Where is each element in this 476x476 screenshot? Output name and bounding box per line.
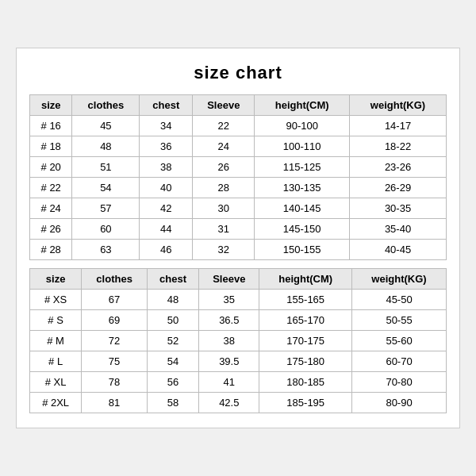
table-row: # S695036.5165-17050-55 [30, 310, 447, 331]
table-cell: 185-195 [259, 393, 352, 413]
table-cell: 78 [82, 372, 148, 393]
table-cell: # XS [30, 290, 82, 310]
table-cell: 51 [72, 157, 140, 178]
table-cell: 50 [147, 310, 198, 331]
table-cell: # 22 [30, 178, 72, 198]
table-cell: 90-100 [255, 116, 350, 136]
table2-col-header: height(CM) [259, 269, 352, 290]
table-cell: 30-35 [350, 198, 447, 219]
table2-header-row: sizeclotheschestSleeveheight(CM)weight(K… [30, 269, 447, 290]
table-cell: # M [30, 331, 82, 351]
table-cell: 41 [199, 372, 259, 393]
table-row: # 2XL815842.5185-19580-90 [30, 393, 447, 413]
table-cell: 26-29 [350, 178, 447, 198]
table-row: # 18483624100-11018-22 [30, 136, 447, 157]
table-cell: 36 [140, 136, 193, 157]
table-cell: 30 [193, 198, 255, 219]
table-row: # L755439.5175-18060-70 [30, 351, 447, 372]
table-cell: 175-180 [259, 351, 352, 372]
table-cell: 50-55 [352, 310, 447, 331]
table-cell: # 26 [30, 219, 72, 240]
table-cell: 14-17 [350, 116, 447, 136]
table-cell: 81 [82, 393, 148, 413]
table-cell: 100-110 [255, 136, 350, 157]
table1-col-header: height(CM) [255, 95, 350, 116]
table-cell: 75 [82, 351, 148, 372]
table-cell: 155-165 [259, 290, 352, 310]
table-cell: 170-175 [259, 331, 352, 351]
table-row: # 26604431145-15035-40 [30, 219, 447, 240]
table-cell: 45-50 [352, 290, 447, 310]
table-cell: 18-22 [350, 136, 447, 157]
table-cell: 44 [140, 219, 193, 240]
table-cell: 115-125 [255, 157, 350, 178]
table-cell: # L [30, 351, 82, 372]
table-cell: 28 [193, 178, 255, 198]
table2-col-header: Sleeve [199, 269, 259, 290]
table-cell: # 2XL [30, 393, 82, 413]
table-cell: 23-26 [350, 157, 447, 178]
table-cell: # S [30, 310, 82, 331]
table-cell: 150-155 [255, 240, 350, 260]
table-cell: 39.5 [199, 351, 259, 372]
table-cell: 22 [193, 116, 255, 136]
table-cell: # 24 [30, 198, 72, 219]
table1-col-header: Sleeve [193, 95, 255, 116]
table-cell: 48 [72, 136, 140, 157]
size-table-1: sizeclotheschestSleeveheight(CM)weight(K… [29, 94, 447, 260]
table1-col-header: clothes [72, 95, 140, 116]
table-cell: 72 [82, 331, 148, 351]
table-row: # 22544028130-13526-29 [30, 178, 447, 198]
size-chart-card: size chart sizeclotheschestSleeveheight(… [16, 48, 460, 428]
table-cell: 52 [147, 331, 198, 351]
table-row: # 28634632150-15540-45 [30, 240, 447, 260]
table1-header: sizeclotheschestSleeveheight(CM)weight(K… [30, 95, 447, 116]
table-cell: 40-45 [350, 240, 447, 260]
table-cell: 63 [72, 240, 140, 260]
table-row: # 20513826115-12523-26 [30, 157, 447, 178]
table-cell: 24 [193, 136, 255, 157]
table-row: # M725238170-17555-60 [30, 331, 447, 351]
table2-header: sizeclotheschestSleeveheight(CM)weight(K… [30, 269, 447, 290]
table-cell: 180-185 [259, 372, 352, 393]
table-row: # 1645342290-10014-17 [30, 116, 447, 136]
table-cell: 69 [82, 310, 148, 331]
table-cell: 145-150 [255, 219, 350, 240]
chart-title: size chart [29, 63, 447, 83]
table-cell: 165-170 [259, 310, 352, 331]
table-row: # XS674835155-16545-50 [30, 290, 447, 310]
table1-col-header: weight(KG) [350, 95, 447, 116]
table-cell: 67 [82, 290, 148, 310]
table1-header-row: sizeclotheschestSleeveheight(CM)weight(K… [30, 95, 447, 116]
table2-col-header: clothes [82, 269, 148, 290]
table1-col-header: size [30, 95, 72, 116]
size-table-2: sizeclotheschestSleeveheight(CM)weight(K… [29, 268, 447, 413]
table-cell: 36.5 [199, 310, 259, 331]
table-cell: 26 [193, 157, 255, 178]
table-cell: 38 [140, 157, 193, 178]
table-cell: 130-135 [255, 178, 350, 198]
table-cell: 55-60 [352, 331, 447, 351]
table-cell: 45 [72, 116, 140, 136]
table-cell: 46 [140, 240, 193, 260]
table2-col-header: chest [147, 269, 198, 290]
table-cell: 60-70 [352, 351, 447, 372]
table1-col-header: chest [140, 95, 193, 116]
table-row: # XL785641180-18570-80 [30, 372, 447, 393]
table-cell: 54 [147, 351, 198, 372]
table-cell: 38 [199, 331, 259, 351]
table2-body: # XS674835155-16545-50# S695036.5165-170… [30, 290, 447, 413]
table2-col-header: weight(KG) [352, 269, 447, 290]
table-cell: # 18 [30, 136, 72, 157]
table-cell: # XL [30, 372, 82, 393]
table-cell: # 28 [30, 240, 72, 260]
table-row: # 24574230140-14530-35 [30, 198, 447, 219]
table-cell: # 16 [30, 116, 72, 136]
table1-body: # 1645342290-10014-17# 18483624100-11018… [30, 116, 447, 260]
table-cell: 70-80 [352, 372, 447, 393]
table-cell: 42 [140, 198, 193, 219]
table-cell: 40 [140, 178, 193, 198]
table-cell: # 20 [30, 157, 72, 178]
table-cell: 56 [147, 372, 198, 393]
table-cell: 48 [147, 290, 198, 310]
